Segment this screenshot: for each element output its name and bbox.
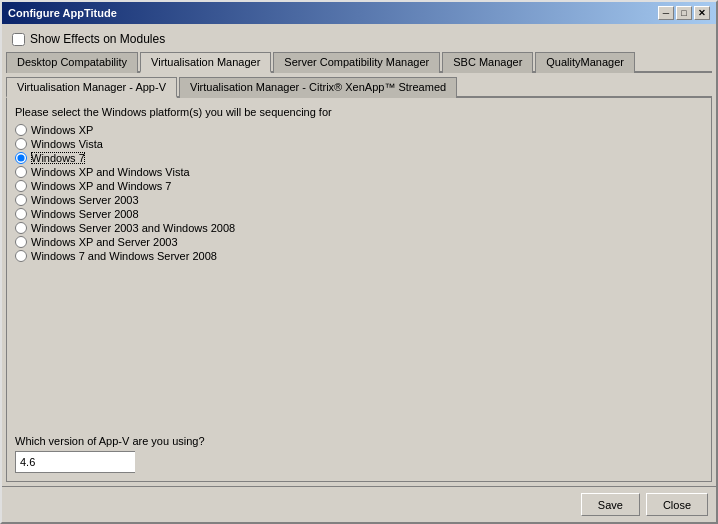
tabs-container: Desktop Compatability Virtualisation Man… (6, 50, 712, 482)
main-tabs: Desktop Compatability Virtualisation Man… (6, 50, 712, 73)
minimize-button[interactable]: ─ (658, 6, 674, 20)
radio-winxp[interactable] (15, 124, 27, 136)
radio-item-win7-server2008[interactable]: Windows 7 and Windows Server 2008 (15, 250, 703, 262)
radio-winvista[interactable] (15, 138, 27, 150)
radio-label-winxp-7: Windows XP and Windows 7 (31, 180, 171, 192)
radio-label-winvista: Windows Vista (31, 138, 103, 150)
radio-winxp-vista[interactable] (15, 166, 27, 178)
tab-sbc[interactable]: SBC Manager (442, 52, 533, 73)
sub-tabs: Virtualisation Manager - App-V Virtualis… (6, 73, 712, 98)
radio-item-winxp[interactable]: Windows XP (15, 124, 703, 136)
tab-virtualisation[interactable]: Virtualisation Manager (140, 52, 271, 73)
radio-item-winserver2003-2008[interactable]: Windows Server 2003 and Windows 2008 (15, 222, 703, 234)
close-button-bottom[interactable]: Close (646, 493, 708, 516)
radio-winxp-7[interactable] (15, 180, 27, 192)
radio-win7[interactable] (15, 152, 27, 164)
tab-desktop[interactable]: Desktop Compatability (6, 52, 138, 73)
radio-winserver2003-2008[interactable] (15, 222, 27, 234)
title-bar-controls: ─ □ ✕ (658, 6, 710, 20)
platform-radio-group: Windows XP Windows Vista Windows 7 Windo… (15, 124, 703, 427)
version-label: Which version of App-V are you using? (15, 435, 703, 447)
radio-item-winserver2003[interactable]: Windows Server 2003 (15, 194, 703, 206)
radio-item-winvista[interactable]: Windows Vista (15, 138, 703, 150)
radio-item-winxp-vista[interactable]: Windows XP and Windows Vista (15, 166, 703, 178)
window-title: Configure AppTitude (8, 7, 117, 19)
radio-label-winserver2003: Windows Server 2003 (31, 194, 139, 206)
bottom-bar: Save Close (2, 486, 716, 522)
tab-quality[interactable]: QualityManager (535, 52, 635, 73)
radio-winserver2008[interactable] (15, 208, 27, 220)
show-effects-row: Show Effects on Modules (6, 28, 712, 50)
radio-item-winxp-server2003[interactable]: Windows XP and Server 2003 (15, 236, 703, 248)
radio-winxp-server2003[interactable] (15, 236, 27, 248)
title-bar: Configure AppTitude ─ □ ✕ (2, 2, 716, 24)
radio-label-winxp-server2003: Windows XP and Server 2003 (31, 236, 178, 248)
radio-item-winxp-7[interactable]: Windows XP and Windows 7 (15, 180, 703, 192)
panel-instruction: Please select the Windows platform(s) yo… (15, 106, 703, 118)
sub-tab-appv[interactable]: Virtualisation Manager - App-V (6, 77, 177, 98)
radio-winserver2003[interactable] (15, 194, 27, 206)
version-select[interactable]: 4.5 4.6 5.0 (15, 451, 135, 473)
radio-label-winxp: Windows XP (31, 124, 93, 136)
close-button[interactable]: ✕ (694, 6, 710, 20)
save-button[interactable]: Save (581, 493, 640, 516)
radio-label-win7-server2008: Windows 7 and Windows Server 2008 (31, 250, 217, 262)
radio-item-winserver2008[interactable]: Windows Server 2008 (15, 208, 703, 220)
tab-server[interactable]: Server Compatibility Manager (273, 52, 440, 73)
show-effects-label: Show Effects on Modules (30, 32, 165, 46)
radio-label-winxp-vista: Windows XP and Windows Vista (31, 166, 190, 178)
window-content: Show Effects on Modules Desktop Compatab… (2, 24, 716, 486)
show-effects-checkbox[interactable] (12, 33, 25, 46)
version-section: Which version of App-V are you using? 4.… (15, 435, 703, 473)
radio-label-winserver2003-2008: Windows Server 2003 and Windows 2008 (31, 222, 235, 234)
main-window: Configure AppTitude ─ □ ✕ Show Effects o… (0, 0, 718, 524)
radio-win7-server2008[interactable] (15, 250, 27, 262)
maximize-button[interactable]: □ (676, 6, 692, 20)
version-select-wrapper: 4.5 4.6 5.0 (15, 451, 703, 473)
panel-content: Please select the Windows platform(s) yo… (6, 98, 712, 482)
radio-label-winserver2008: Windows Server 2008 (31, 208, 139, 220)
radio-label-win7: Windows 7 (31, 152, 85, 164)
radio-item-win7[interactable]: Windows 7 (15, 152, 703, 164)
sub-tab-citrix[interactable]: Virtualisation Manager - Citrix® XenApp™… (179, 77, 457, 98)
